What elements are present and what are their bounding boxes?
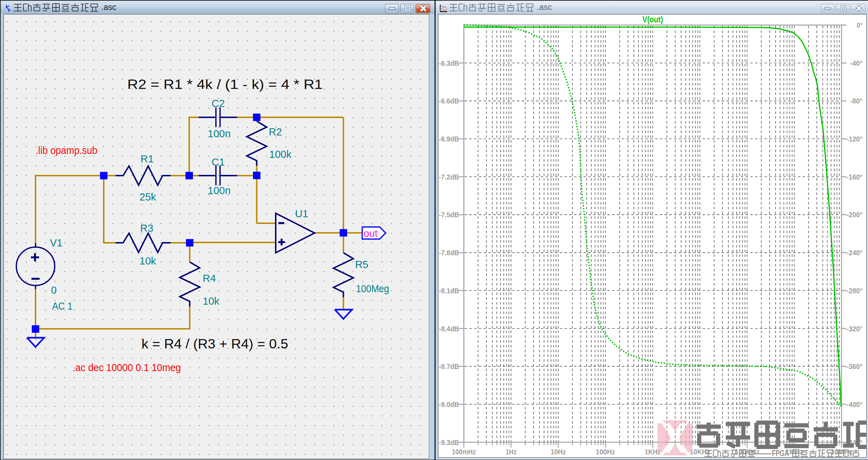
svg-text:100Meg: 100Meg	[356, 283, 389, 294]
svg-text:-9.3dB: -9.3dB	[439, 438, 459, 446]
svg-text:1Hz: 1Hz	[505, 448, 516, 456]
svg-text:100k: 100k	[269, 149, 291, 160]
svg-text:0°: 0°	[857, 21, 862, 29]
svg-text:-280°: -280°	[846, 287, 862, 295]
svg-text:-6.3dB: -6.3dB	[439, 59, 459, 67]
svg-text:R5: R5	[355, 259, 368, 270]
svg-text:FPGA: FPGA	[772, 448, 789, 458]
svg-text:100mHz: 100mHz	[452, 448, 476, 456]
svg-text:C2: C2	[211, 98, 225, 109]
svg-text:R1: R1	[140, 153, 153, 165]
svg-text:-8.1dB: -8.1dB	[439, 287, 459, 295]
svg-text:-6.9dB: -6.9dB	[439, 135, 459, 143]
svg-text:-6.6dB: -6.6dB	[439, 97, 459, 105]
svg-text:R2 = R1 * 4k / (1 - k) = 4 *: R2 = R1 * 4k / (1 - k) = 4 * R1	[127, 77, 323, 92]
svg-text:V(out): V(out)	[642, 15, 663, 24]
svg-text:-7.8dB: -7.8dB	[439, 248, 459, 257]
svg-text:-120°: -120°	[846, 135, 862, 143]
svg-text:-7.5dB: -7.5dB	[439, 210, 459, 219]
svg-text:100n: 100n	[207, 185, 231, 196]
svg-text:100Hz: 100Hz	[595, 448, 615, 456]
svg-text:-40°: -40°	[850, 59, 862, 67]
svg-text:-8.4dB: -8.4dB	[439, 325, 459, 333]
svg-text:-8.7dB: -8.7dB	[439, 362, 459, 370]
svg-text:10Hz: 10Hz	[550, 448, 566, 456]
svg-text:.ac dec 10000 0.1 10meg: .ac dec 10000 0.1 10meg	[72, 362, 181, 373]
svg-text:k = R4 / (R3 + R4) = 0.5: k = R4 / (R3 + R4) = 0.5	[141, 337, 288, 351]
svg-text:10KHz: 10KHz	[690, 448, 710, 456]
svg-text:R2: R2	[269, 126, 282, 138]
svg-text:-320°: -320°	[846, 325, 862, 333]
svg-text:100n: 100n	[207, 128, 231, 139]
svg-text:-240°: -240°	[846, 248, 862, 257]
svg-text:-9.0dB: -9.0dB	[439, 400, 459, 408]
svg-text:.lib opamp.sub: .lib opamp.sub	[36, 144, 97, 156]
svg-text:U1: U1	[295, 208, 308, 219]
svg-text:-400°: -400°	[846, 400, 862, 408]
svg-text:-200°: -200°	[846, 210, 862, 219]
svg-text:R4: R4	[203, 273, 216, 284]
svg-text:10k: 10k	[203, 295, 219, 307]
svg-text:out: out	[363, 228, 377, 239]
svg-text:-80°: -80°	[850, 97, 862, 105]
svg-text:10k: 10k	[139, 255, 156, 267]
svg-text:-160°: -160°	[846, 173, 862, 181]
svg-text:——: ——	[754, 448, 771, 458]
svg-text:C1: C1	[211, 156, 225, 168]
svg-text:-7.2dB: -7.2dB	[439, 173, 459, 181]
svg-text:-360°: -360°	[846, 362, 862, 370]
svg-text:V1: V1	[50, 237, 62, 248]
svg-text:0: 0	[51, 284, 56, 296]
svg-text:R3: R3	[140, 223, 153, 234]
svg-text:AC 1: AC 1	[52, 300, 72, 312]
svg-text:25k: 25k	[139, 191, 156, 203]
